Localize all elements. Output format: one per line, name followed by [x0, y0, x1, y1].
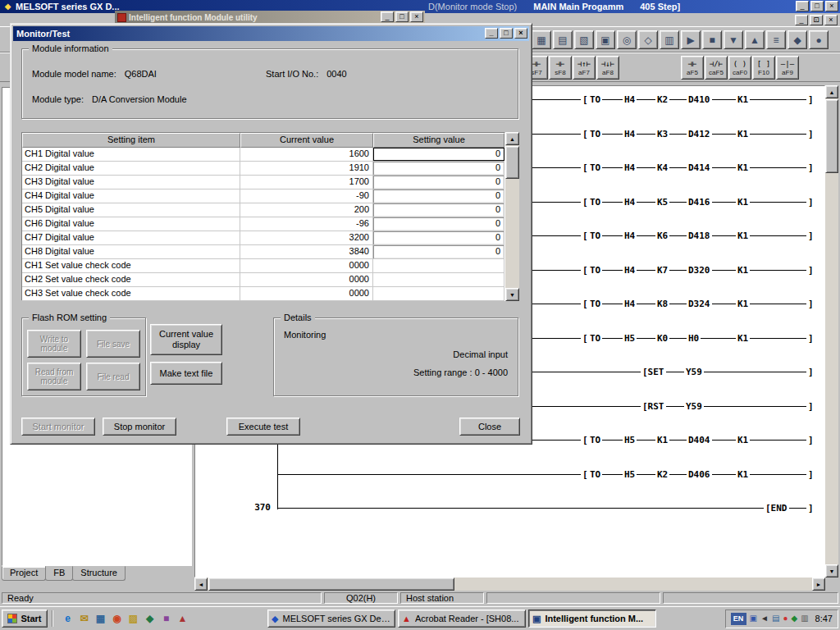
app-shortcut3-icon[interactable]: ▲: [176, 612, 189, 626]
usb-device-icon[interactable]: ▥: [801, 614, 808, 623]
setting-value-input[interactable]: 0: [373, 217, 504, 231]
ladder-tool-aF8-button[interactable]: ⊣↓⊢aF8: [596, 56, 619, 80]
current-value-cell: 1600: [240, 148, 373, 161]
find-icon[interactable]: ◇: [638, 30, 658, 49]
display-settings-icon[interactable]: ▣: [750, 614, 757, 623]
horizontal-scrollbar[interactable]: ◄ ►: [194, 578, 825, 591]
taskbar-task[interactable]: ◆MELSOFT series GX Deve...: [267, 609, 395, 628]
dialog-close-button[interactable]: ×: [514, 28, 527, 39]
vertical-scroll-thumb[interactable]: [825, 99, 838, 173]
outlook-icon[interactable]: ✉: [77, 612, 91, 626]
antivirus-icon[interactable]: ●: [783, 614, 788, 623]
read-from-module-button[interactable]: Read from module: [27, 363, 81, 390]
table-row: CH1 Digital value16000: [22, 148, 504, 162]
write-to-module-button[interactable]: Write to module: [27, 330, 81, 358]
scroll-up-arrow-icon[interactable]: ▲: [825, 85, 838, 98]
instruction-word: H4: [623, 196, 637, 208]
maximize-button[interactable]: □: [810, 1, 824, 11]
monitor-start-icon[interactable]: ▶: [681, 30, 701, 49]
utility-minimize-button[interactable]: _: [381, 11, 394, 22]
table-scroll-down-icon[interactable]: ▼: [505, 288, 519, 301]
tab-project[interactable]: Project: [2, 566, 46, 581]
internet-explorer-icon[interactable]: e: [61, 612, 75, 626]
ladder-tool-aF7-button[interactable]: ⊣↑⊢aF7: [573, 56, 596, 80]
dialog-titlebar[interactable]: Monitor/Test _ □ ×: [13, 26, 529, 41]
close-bracket: ]: [806, 94, 815, 106]
scheduler-icon[interactable]: ◆: [791, 614, 797, 623]
setting-value-input[interactable]: 0: [373, 176, 504, 189]
monitor-mode-icon[interactable]: ▥: [660, 30, 679, 49]
volume-icon[interactable]: ◄: [760, 614, 769, 623]
device-memory-icon[interactable]: ▣: [596, 30, 615, 49]
mdi-minimize-button[interactable]: _: [795, 15, 808, 25]
zoom-icon[interactable]: ◎: [617, 30, 637, 49]
monitor-test-dialog: Monitor/Test _ □ × Module information Mo…: [10, 23, 532, 445]
ladder-tool-caF0-button[interactable]: ( )caF0: [728, 56, 751, 80]
language-indicator[interactable]: EN: [731, 613, 746, 625]
setting-value-input[interactable]: [373, 273, 504, 286]
close-dialog-button[interactable]: Close: [459, 418, 520, 436]
close-button[interactable]: ×: [825, 1, 838, 11]
project-icon[interactable]: ▦: [532, 30, 551, 49]
mdi-close-button[interactable]: ×: [824, 15, 838, 25]
setting-value-input[interactable]: 0: [373, 231, 504, 244]
setting-value-input[interactable]: 0: [373, 189, 504, 203]
current-value-cell: 3200: [240, 231, 373, 244]
ladder-tool-sF8-button[interactable]: ⊣⊢sF8: [549, 56, 572, 80]
ladder-tool-F10-button[interactable]: [ ]F10: [752, 56, 775, 80]
app-shortcut2-icon[interactable]: ■: [159, 612, 173, 626]
current-value-display-button[interactable]: Current value display: [150, 324, 222, 355]
help-icon[interactable]: ●: [809, 30, 829, 49]
folder-icon[interactable]: ▨: [126, 612, 140, 626]
table-scroll-up-icon[interactable]: ▲: [505, 132, 519, 145]
vertical-scrollbar[interactable]: ▲ ▼: [825, 85, 838, 578]
monitor-stop-icon[interactable]: ■: [702, 30, 722, 49]
table-scrollbar[interactable]: ▲ ▼: [505, 132, 519, 301]
horizontal-scroll-thumb[interactable]: [208, 578, 454, 591]
make-text-file-button[interactable]: Make text file: [150, 362, 222, 385]
scroll-left-arrow-icon[interactable]: ◄: [194, 578, 208, 591]
file-save-button[interactable]: File save: [86, 330, 140, 358]
instruction-word: K1: [736, 196, 750, 208]
instruction-word: TO: [588, 128, 602, 140]
mdi-restore-button[interactable]: ⊡: [810, 15, 823, 25]
ladder-tool-caF5-button[interactable]: ⊣/⊢caF5: [705, 56, 728, 80]
tab-structure[interactable]: Structure: [72, 566, 126, 581]
dialog-maximize-button[interactable]: □: [500, 28, 513, 39]
setting-value-input[interactable]: 0: [373, 245, 504, 258]
task-label: Intelligent function M...: [545, 614, 643, 623]
execute-test-button[interactable]: Execute test: [226, 418, 300, 436]
setting-value-input[interactable]: 0: [373, 162, 504, 175]
setting-value-input[interactable]: [373, 259, 504, 272]
setting-value-input[interactable]: 0: [373, 203, 504, 217]
utility-close-button[interactable]: ×: [410, 11, 423, 22]
setting-value-input[interactable]: [373, 287, 504, 300]
app-shortcut-icon[interactable]: ◆: [143, 612, 157, 626]
scroll-down-arrow-icon[interactable]: ▼: [825, 564, 838, 578]
ladder-tool-aF9-button[interactable]: —|—aF9: [776, 56, 799, 80]
ladder-tool-aF5-button[interactable]: ⊣⊢aF5: [681, 56, 704, 80]
stop-monitor-button[interactable]: Stop monitor: [103, 418, 176, 436]
taskbar-task[interactable]: ▣Intelligent function M...: [528, 609, 656, 628]
setting-value-input[interactable]: 0: [373, 148, 504, 161]
minimize-button[interactable]: _: [796, 1, 809, 11]
ladder-view-icon[interactable]: ◆: [788, 30, 807, 49]
utility-window-titlebar[interactable]: Intelligent function Module utility _ □ …: [115, 11, 425, 24]
scroll-right-arrow-icon[interactable]: ►: [812, 578, 825, 591]
show-desktop-icon[interactable]: ▦: [94, 612, 107, 626]
network-icon[interactable]: ▤: [772, 614, 779, 623]
table-scroll-thumb[interactable]: [505, 146, 519, 179]
taskbar-task[interactable]: ▲Acrobat Reader - [SH08...: [398, 609, 526, 628]
dialog-minimize-button[interactable]: _: [485, 28, 498, 39]
file-read-button[interactable]: File read: [86, 363, 140, 390]
read-plc-icon[interactable]: ▲: [745, 30, 765, 49]
start-monitor-button[interactable]: Start monitor: [21, 418, 95, 436]
comment-icon[interactable]: ▧: [574, 30, 594, 49]
tab-fb[interactable]: FB: [45, 566, 73, 581]
media-player-icon[interactable]: ◉: [110, 612, 124, 626]
utility-maximize-button[interactable]: □: [395, 11, 409, 22]
verify-icon[interactable]: ≡: [766, 30, 786, 49]
start-button[interactable]: Start: [2, 609, 48, 628]
write-plc-icon[interactable]: ▼: [724, 30, 743, 49]
parameter-icon[interactable]: ▤: [553, 30, 573, 49]
